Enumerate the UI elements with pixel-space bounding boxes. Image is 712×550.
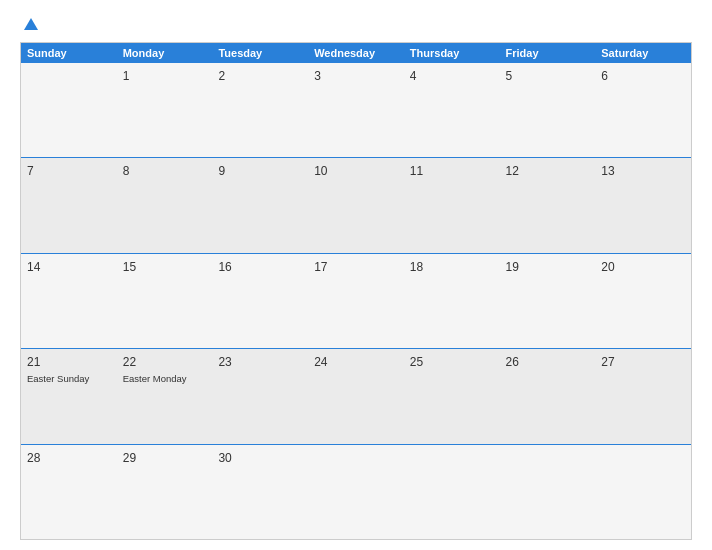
logo-triangle-icon (24, 18, 38, 30)
day-cell: 14 (21, 254, 117, 348)
day-cell (595, 445, 691, 539)
day-number: 27 (601, 354, 614, 371)
day-cell: 13 (595, 158, 691, 252)
day-cell: 8 (117, 158, 213, 252)
day-cell: 28 (21, 445, 117, 539)
day-cell: 29 (117, 445, 213, 539)
day-number: 24 (314, 354, 327, 371)
day-number: 22 (123, 354, 136, 371)
day-cell: 6 (595, 63, 691, 157)
day-number: 4 (410, 68, 417, 85)
day-number: 25 (410, 354, 423, 371)
day-cell: 1 (117, 63, 213, 157)
day-cell: 4 (404, 63, 500, 157)
day-number: 26 (506, 354, 519, 371)
day-cell (308, 445, 404, 539)
day-number: 7 (27, 163, 34, 180)
header (20, 18, 692, 32)
week-row-3: 14151617181920 (21, 254, 691, 349)
day-cell: 26 (500, 349, 596, 443)
day-number: 1 (123, 68, 130, 85)
day-headers-row: SundayMondayTuesdayWednesdayThursdayFrid… (21, 43, 691, 63)
day-number: 11 (410, 163, 423, 180)
day-number: 9 (218, 163, 225, 180)
day-cell (404, 445, 500, 539)
day-event: Easter Sunday (27, 373, 89, 385)
day-number: 30 (218, 450, 231, 467)
day-header-wednesday: Wednesday (308, 43, 404, 63)
day-cell: 25 (404, 349, 500, 443)
day-cell: 18 (404, 254, 500, 348)
day-cell: 19 (500, 254, 596, 348)
day-header-friday: Friday (500, 43, 596, 63)
week-row-5: 282930 (21, 445, 691, 539)
day-cell: 16 (212, 254, 308, 348)
day-header-thursday: Thursday (404, 43, 500, 63)
day-number: 2 (218, 68, 225, 85)
day-cell: 12 (500, 158, 596, 252)
day-event: Easter Monday (123, 373, 187, 385)
day-cell: 11 (404, 158, 500, 252)
day-cell (500, 445, 596, 539)
day-number: 15 (123, 259, 136, 276)
week-row-2: 78910111213 (21, 158, 691, 253)
day-cell: 21Easter Sunday (21, 349, 117, 443)
day-header-saturday: Saturday (595, 43, 691, 63)
day-number: 6 (601, 68, 608, 85)
day-cell: 27 (595, 349, 691, 443)
day-number: 17 (314, 259, 327, 276)
day-number: 29 (123, 450, 136, 467)
day-number: 18 (410, 259, 423, 276)
day-number: 23 (218, 354, 231, 371)
day-number: 5 (506, 68, 513, 85)
calendar: SundayMondayTuesdayWednesdayThursdayFrid… (20, 42, 692, 540)
day-cell: 17 (308, 254, 404, 348)
day-number: 12 (506, 163, 519, 180)
day-cell: 22Easter Monday (117, 349, 213, 443)
day-cell: 30 (212, 445, 308, 539)
week-row-1: 123456 (21, 63, 691, 158)
day-number: 28 (27, 450, 40, 467)
day-number: 20 (601, 259, 614, 276)
day-number: 13 (601, 163, 614, 180)
day-number: 3 (314, 68, 321, 85)
day-header-tuesday: Tuesday (212, 43, 308, 63)
day-cell: 3 (308, 63, 404, 157)
day-cell: 9 (212, 158, 308, 252)
logo-blue-wrap (20, 18, 38, 32)
logo (20, 18, 38, 32)
calendar-weeks: 123456789101112131415161718192021Easter … (21, 63, 691, 539)
day-header-monday: Monday (117, 43, 213, 63)
day-number: 14 (27, 259, 40, 276)
day-cell: 2 (212, 63, 308, 157)
day-number: 21 (27, 354, 40, 371)
week-row-4: 21Easter Sunday22Easter Monday2324252627 (21, 349, 691, 444)
day-number: 19 (506, 259, 519, 276)
day-cell: 5 (500, 63, 596, 157)
day-cell: 15 (117, 254, 213, 348)
day-cell: 24 (308, 349, 404, 443)
day-number: 16 (218, 259, 231, 276)
day-number: 10 (314, 163, 327, 180)
day-cell: 10 (308, 158, 404, 252)
day-cell: 7 (21, 158, 117, 252)
day-cell: 23 (212, 349, 308, 443)
day-number: 8 (123, 163, 130, 180)
day-cell (21, 63, 117, 157)
day-cell: 20 (595, 254, 691, 348)
day-header-sunday: Sunday (21, 43, 117, 63)
page: SundayMondayTuesdayWednesdayThursdayFrid… (0, 0, 712, 550)
